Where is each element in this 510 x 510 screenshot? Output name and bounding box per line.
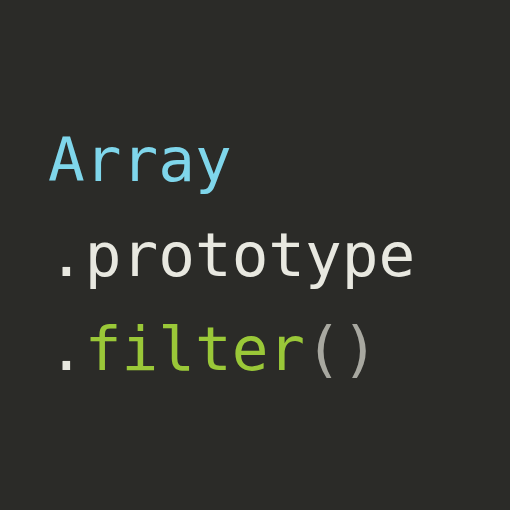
class-identifier: Array <box>48 124 232 195</box>
dot-operator: . <box>48 219 85 290</box>
method-identifier: filter <box>85 313 305 384</box>
parentheses: () <box>305 313 378 384</box>
code-line-2: .prototype <box>48 208 510 303</box>
dot-operator: . <box>48 313 85 384</box>
code-line-1: Array <box>48 113 510 208</box>
code-line-3: .filter() <box>48 302 510 397</box>
property-identifier: prototype <box>85 219 416 290</box>
